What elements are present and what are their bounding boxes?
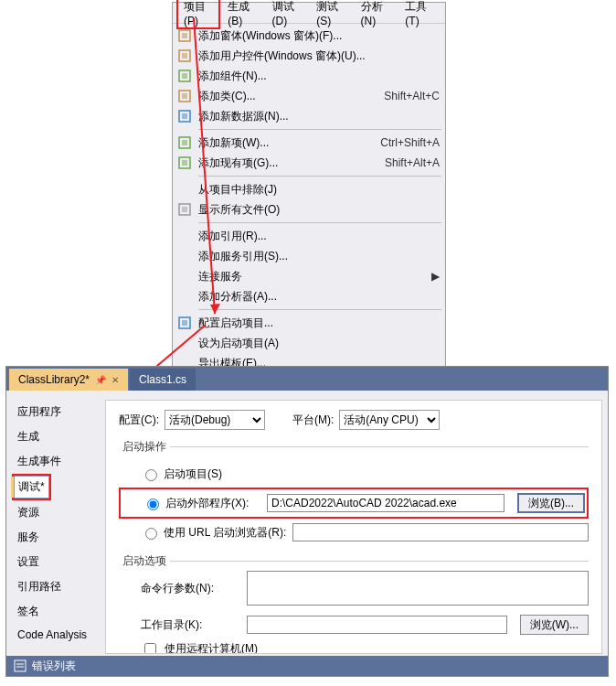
sidebar-item[interactable]: 应用程序: [12, 400, 105, 424]
blank-icon: [176, 288, 193, 305]
tab-label: ClassLibrary2*: [18, 373, 90, 386]
sidebar-item[interactable]: 生成: [12, 424, 105, 449]
menu-test[interactable]: 测试(S): [309, 0, 353, 29]
menu-item-label: 添加窗体(Windows 窗体)(F)...: [198, 28, 440, 44]
menu-item-label: 添加引用(R)...: [198, 229, 440, 244]
radio-start-project-label: 启动项目(S): [164, 466, 222, 482]
radio-start-project[interactable]: [145, 469, 157, 481]
datasource-icon: [176, 108, 193, 124]
tab-class1[interactable]: Class1.cs: [130, 369, 196, 391]
menu-item-label: 添加组件(N)...: [198, 69, 440, 84]
menu-debug[interactable]: 调试(D): [265, 0, 310, 29]
menu-item[interactable]: 设为启动项目(A): [173, 333, 445, 353]
existitem-icon: [176, 155, 193, 171]
menu-item[interactable]: 添加窗体(Windows 窗体)(F)...: [173, 26, 445, 46]
svg-rect-25: [15, 660, 26, 671]
start-options-group: 启动选项 命令行参数(N): 工作目录(K): 浏览(W)... 使用远程计算机…: [119, 553, 589, 654]
radio-url-browser[interactable]: [145, 528, 157, 540]
pin-icon[interactable]: 📌: [95, 375, 106, 385]
blank-icon: [176, 228, 193, 244]
document-tabbar: ClassLibrary2* 📌 ✕ Class1.cs: [6, 367, 608, 391]
platform-label: 平台(M):: [292, 413, 334, 428]
menu-item-label: 添加分析器(A)...: [198, 289, 440, 305]
startup-icon: [176, 315, 193, 331]
showall-icon: [176, 201, 193, 218]
menu-analyze[interactable]: 分析(N): [354, 0, 398, 29]
menu-tools[interactable]: 工具(T): [398, 0, 441, 29]
menu-item[interactable]: 添加服务引用(S)...: [173, 246, 445, 266]
sidebar-item[interactable]: 资源: [12, 500, 105, 525]
statusbar-label: 错误列表: [32, 659, 76, 674]
start-options-legend: 启动选项: [119, 553, 170, 569]
sidebar-item[interactable]: 签名: [12, 599, 105, 624]
class-icon: [176, 88, 193, 104]
statusbar: 错误列表: [6, 656, 608, 676]
svg-rect-1: [182, 33, 187, 38]
config-label: 配置(C):: [119, 413, 159, 428]
menu-item[interactable]: 添加引用(R)...: [173, 226, 445, 246]
menu-separator: [198, 309, 441, 310]
menu-item-label: 从项目中排除(J): [198, 182, 440, 198]
menu-item-shortcut: Ctrl+Shift+A: [380, 136, 440, 149]
menu-item[interactable]: 添加用户控件(Windows 窗体)(U)...: [173, 46, 445, 66]
sidebar-item[interactable]: 服务: [12, 525, 105, 550]
blank-icon: [176, 181, 193, 198]
menu-item-label: 添加新数据源(N)...: [198, 109, 440, 124]
remote-label: 使用远程计算机(M): [165, 641, 258, 655]
tab-label: Class1.cs: [139, 373, 186, 386]
property-sidebar: 应用程序生成生成事件调试*资源服务设置引用路径签名Code Analysis: [6, 391, 105, 654]
submenu-arrow-icon: ▶: [431, 270, 440, 283]
menu-item[interactable]: 添加分析器(A)...: [173, 286, 445, 306]
menu-item-label: 添加服务引用(S)...: [198, 249, 440, 264]
menu-item-label: 连接服务: [198, 269, 431, 284]
browse-button[interactable]: 浏览(B)...: [517, 493, 585, 513]
debug-page: 配置(C): 活动(Debug) 平台(M): 活动(Any CPU) 启动操作…: [105, 400, 602, 654]
sidebar-item-debug[interactable]: 调试*: [14, 476, 49, 498]
error-list-icon: [14, 659, 27, 672]
menu-item-label: 显示所有文件(O): [198, 202, 440, 218]
menu-project[interactable]: 项目(P): [176, 0, 220, 29]
sidebar-item[interactable]: 生成事件: [12, 449, 105, 474]
menu-item[interactable]: 添加新项(W)...Ctrl+Shift+A: [173, 133, 445, 153]
sidebar-item[interactable]: 设置: [12, 550, 105, 574]
menu-item[interactable]: 添加现有项(G)...Shift+Alt+A: [173, 153, 445, 173]
menubar: 项目(P) 生成(B) 调试(D) 测试(S) 分析(N) 工具(T): [173, 3, 445, 23]
remote-checkbox[interactable]: [144, 643, 156, 655]
menu-item-label: 设为启动项目(A): [198, 336, 440, 351]
svg-rect-17: [182, 320, 187, 326]
url-input[interactable]: [292, 523, 589, 541]
radio-external-program[interactable]: [147, 498, 159, 510]
menu-item[interactable]: 连接服务▶: [173, 266, 445, 286]
newitem-icon: [176, 134, 193, 151]
usercontrol-icon: [176, 48, 193, 64]
tab-classlibrary2[interactable]: ClassLibrary2* 📌 ✕: [9, 369, 128, 391]
start-action-group: 启动操作 启动项目(S) 启动外部程序(X): 浏览(B)... 使用 URL …: [119, 439, 589, 544]
config-select[interactable]: 活动(Debug): [165, 410, 265, 430]
blank-icon: [176, 248, 193, 264]
highlight-external-program: 启动外部程序(X): 浏览(B)...: [119, 488, 589, 519]
svg-rect-9: [182, 113, 187, 119]
menu-item-shortcut: Shift+Alt+C: [384, 90, 440, 102]
menu-item[interactable]: 显示所有文件(O): [173, 199, 445, 220]
menu-separator: [198, 129, 441, 130]
browse-workdir-button[interactable]: 浏览(W)...: [520, 615, 589, 635]
menu-build[interactable]: 生成(B): [220, 0, 264, 29]
menu-item[interactable]: 配置启动项目...: [173, 313, 445, 333]
radio-url-browser-label: 使用 URL 启动浏览器(R):: [164, 525, 286, 541]
close-icon[interactable]: ✕: [112, 375, 119, 385]
args-input[interactable]: [247, 571, 589, 606]
blank-icon: [176, 335, 193, 351]
menu-item-label: 添加新项(W)...: [198, 135, 369, 151]
sidebar-item[interactable]: 引用路径: [12, 574, 105, 599]
menu-item[interactable]: 添加类(C)...Shift+Alt+C: [173, 86, 445, 106]
menu-item[interactable]: 添加组件(N)...: [173, 66, 445, 86]
sidebar-item[interactable]: Code Analysis: [12, 624, 105, 646]
menu-item[interactable]: 从项目中排除(J): [173, 179, 445, 199]
workdir-input[interactable]: [247, 616, 507, 634]
platform-select[interactable]: 活动(Any CPU): [339, 410, 440, 430]
external-program-path[interactable]: [267, 494, 504, 512]
blank-icon: [176, 268, 193, 284]
menu-item[interactable]: 添加新数据源(N)...: [173, 106, 445, 126]
menu-separator: [198, 176, 441, 177]
properties-panel: ClassLibrary2* 📌 ✕ Class1.cs 应用程序生成生成事件调…: [5, 366, 609, 677]
